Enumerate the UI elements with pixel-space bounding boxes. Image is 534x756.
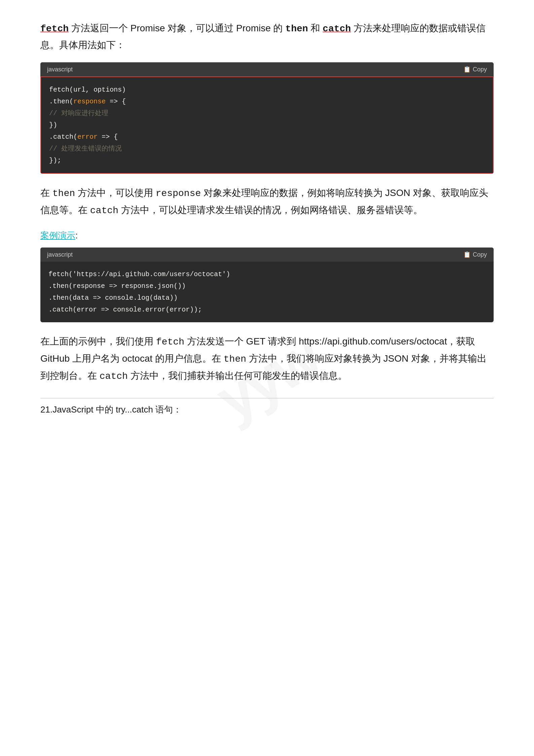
code-line: .catch(error => { <box>49 131 485 143</box>
code-line: }) <box>49 119 485 131</box>
code-content-2: fetch('https://api.github.com/users/octo… <box>40 262 494 322</box>
code-line: .then(data => console.log(data)) <box>48 292 486 304</box>
code-line: // 处理发生错误的情况 <box>49 143 485 155</box>
code-line: .then(response => response.json()) <box>48 280 486 292</box>
code-content-1: fetch(url, options) .then(response => { … <box>40 76 494 174</box>
copy-label-1: Copy <box>473 66 487 73</box>
code-line: }); <box>49 155 485 166</box>
code-block-2-header: javascript 📋 Copy <box>40 248 494 262</box>
code-line: fetch('https://api.github.com/users/octo… <box>48 268 486 280</box>
code-block-1-header: javascript 📋 Copy <box>40 62 494 76</box>
code-line: .catch(error => console.error(error)); <box>48 304 486 316</box>
copy-label-2: Copy <box>473 251 487 258</box>
section-title: 案例演示: <box>40 230 494 241</box>
code-line: .then(response => { <box>49 96 485 107</box>
copy-icon-1: 📋 <box>463 66 471 73</box>
code-block-2: javascript 📋 Copy fetch('https://api.git… <box>40 248 494 322</box>
copy-button-1[interactable]: 📋 Copy <box>463 66 487 73</box>
paragraph-1: 在 then 方法中，可以使用 response 对象来处理响应的数据，例如将响… <box>40 185 494 219</box>
paragraph-2: 在上面的示例中，我们使用 fetch 方法发送一个 GET 请求到 https:… <box>40 333 494 385</box>
code-block-1: javascript 📋 Copy fetch(url, options) .t… <box>40 62 494 174</box>
copy-icon-2: 📋 <box>463 251 471 258</box>
numbered-heading: 21.JavaScript 中的 try...catch 语句： <box>40 398 494 416</box>
code-line: fetch(url, options) <box>49 84 485 96</box>
code-lang-1: javascript <box>47 66 73 73</box>
intro-text: fetch 方法返回一个 Promise 对象，可以通过 Promise 的 t… <box>40 20 494 53</box>
copy-button-2[interactable]: 📋 Copy <box>463 251 487 258</box>
code-line: // 对响应进行处理 <box>49 107 485 119</box>
section-title-colon: : <box>75 230 78 240</box>
code-lang-2: javascript <box>47 251 73 258</box>
section-title-highlight: 案例演示 <box>40 230 75 240</box>
